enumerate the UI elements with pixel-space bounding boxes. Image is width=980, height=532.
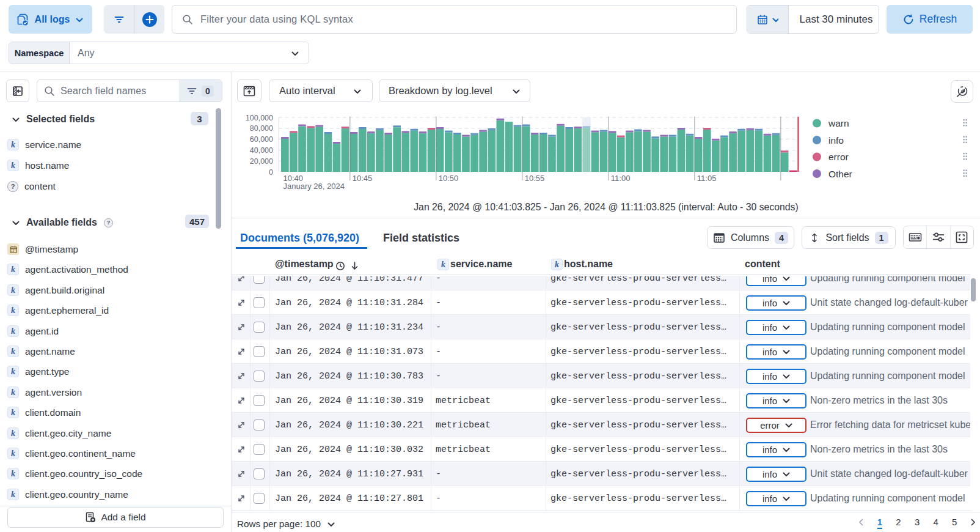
svg-text:0: 0 bbox=[269, 168, 273, 177]
svg-text:warn: warn bbox=[828, 118, 849, 128]
svg-text:error: error bbox=[828, 152, 849, 162]
svg-text:info: info bbox=[828, 135, 844, 146]
svg-text:100,000: 100,000 bbox=[246, 114, 273, 122]
svg-text:11:00: 11:00 bbox=[611, 174, 631, 183]
svg-text:80,000: 80,000 bbox=[250, 124, 273, 133]
svg-text:40,000: 40,000 bbox=[250, 146, 273, 155]
svg-text:10:45: 10:45 bbox=[353, 174, 373, 183]
svg-text:January 26, 2024: January 26, 2024 bbox=[283, 182, 345, 191]
svg-text:10:50: 10:50 bbox=[439, 174, 459, 183]
svg-text:60,000: 60,000 bbox=[250, 135, 273, 144]
svg-text:Other: Other bbox=[828, 169, 852, 179]
svg-text:10:55: 10:55 bbox=[525, 174, 545, 183]
svg-text:11:05: 11:05 bbox=[697, 174, 717, 183]
svg-text:20,000: 20,000 bbox=[250, 157, 273, 166]
